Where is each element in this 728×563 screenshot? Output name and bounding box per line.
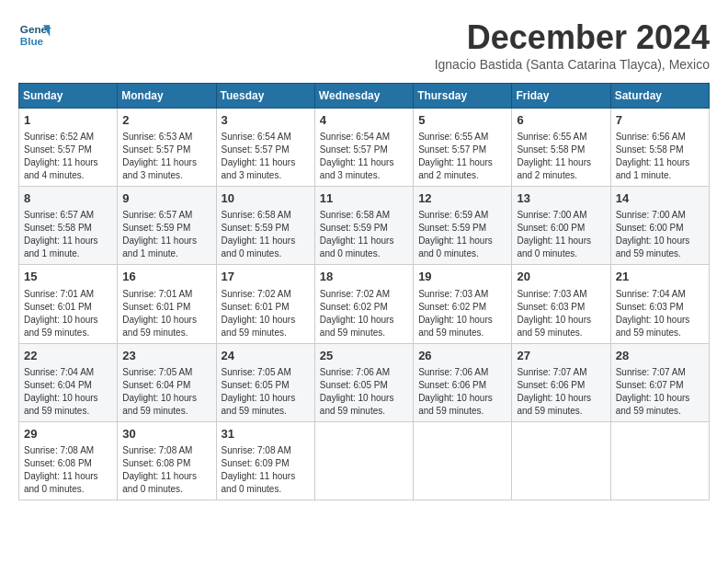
cell-info: Sunset: 6:08 PM: [24, 457, 112, 470]
calendar-table: Sunday Monday Tuesday Wednesday Thursday…: [18, 83, 710, 500]
day-number: 26: [418, 348, 506, 364]
cell-info: Sunset: 5:58 PM: [517, 144, 605, 156]
col-tuesday: Tuesday: [216, 84, 314, 109]
day-number: 2: [122, 112, 210, 129]
cell-info: Sunset: 6:02 PM: [418, 301, 506, 314]
calendar-cell: 18Sunrise: 7:02 AMSunset: 6:02 PMDayligh…: [314, 265, 413, 343]
cell-info: Sunrise: 6:57 AM: [122, 209, 210, 222]
cell-info: Daylight: 10 hours and 59 minutes.: [517, 314, 605, 339]
title-block: December 2024 Ignacio Bastida (Santa Cat…: [435, 18, 710, 79]
cell-info: Sunrise: 7:03 AM: [418, 288, 506, 301]
day-number: 16: [122, 269, 210, 285]
day-number: 7: [616, 112, 704, 129]
cell-info: Sunset: 5:57 PM: [320, 144, 408, 156]
day-number: 12: [418, 190, 506, 207]
cell-info: Sunset: 6:01 PM: [222, 301, 310, 314]
cell-info: Daylight: 10 hours and 59 minutes.: [320, 392, 408, 418]
calendar-week-3: 15Sunrise: 7:01 AMSunset: 6:01 PMDayligh…: [19, 265, 710, 343]
day-number: 14: [616, 190, 704, 207]
cell-info: Daylight: 10 hours and 59 minutes.: [616, 392, 704, 418]
cell-info: Daylight: 11 hours and 0 minutes.: [517, 235, 605, 260]
cell-info: Daylight: 10 hours and 59 minutes.: [616, 235, 704, 260]
cell-info: Sunrise: 7:06 AM: [320, 366, 408, 379]
cell-info: Daylight: 10 hours and 59 minutes.: [222, 392, 310, 418]
cell-info: Sunset: 5:59 PM: [222, 222, 310, 235]
cell-info: Sunrise: 7:04 AM: [24, 366, 112, 379]
calendar-cell: 8Sunrise: 6:57 AMSunset: 5:58 PMDaylight…: [19, 187, 118, 265]
cell-info: Sunrise: 7:08 AM: [222, 444, 310, 457]
cell-info: Sunrise: 7:00 AM: [616, 209, 704, 222]
calendar-cell: 4Sunrise: 6:54 AMSunset: 5:57 PMDaylight…: [314, 109, 413, 187]
cell-info: Sunrise: 6:52 AM: [24, 131, 112, 144]
calendar-cell: 21Sunrise: 7:04 AMSunset: 6:03 PMDayligh…: [610, 265, 709, 343]
cell-info: Daylight: 10 hours and 59 minutes.: [222, 314, 310, 339]
day-number: 23: [122, 348, 210, 364]
cell-info: Daylight: 11 hours and 0 minutes.: [418, 235, 506, 260]
cell-info: Daylight: 11 hours and 2 minutes.: [517, 156, 605, 182]
cell-info: Daylight: 11 hours and 4 minutes.: [24, 156, 112, 182]
cell-info: Sunrise: 7:02 AM: [320, 288, 408, 301]
cell-info: Sunset: 6:01 PM: [24, 301, 112, 314]
calendar-cell: 31Sunrise: 7:08 AMSunset: 6:09 PMDayligh…: [216, 421, 314, 500]
calendar-cell: 2Sunrise: 6:53 AMSunset: 5:57 PMDaylight…: [118, 109, 216, 187]
cell-info: Sunrise: 7:05 AM: [122, 366, 210, 379]
calendar-week-2: 8Sunrise: 6:57 AMSunset: 5:58 PMDaylight…: [19, 187, 710, 265]
cell-info: Sunset: 5:59 PM: [320, 222, 408, 235]
cell-info: Sunset: 6:04 PM: [122, 379, 210, 392]
month-title: December 2024: [435, 18, 710, 57]
col-thursday: Thursday: [414, 84, 512, 109]
calendar-cell: 30Sunrise: 7:08 AMSunset: 6:08 PMDayligh…: [118, 421, 216, 500]
cell-info: Sunset: 5:57 PM: [222, 144, 310, 156]
calendar-cell: 10Sunrise: 6:58 AMSunset: 5:59 PMDayligh…: [216, 187, 314, 265]
day-number: 19: [418, 269, 506, 285]
cell-info: Sunrise: 6:55 AM: [418, 131, 506, 144]
cell-info: Daylight: 10 hours and 59 minutes.: [517, 392, 605, 418]
calendar-cell: 14Sunrise: 7:00 AMSunset: 6:00 PMDayligh…: [610, 187, 709, 265]
cell-info: Sunset: 6:09 PM: [222, 457, 310, 470]
calendar-cell: 23Sunrise: 7:05 AMSunset: 6:04 PMDayligh…: [118, 343, 216, 421]
day-number: 11: [320, 190, 408, 207]
cell-info: Sunrise: 7:08 AM: [24, 444, 112, 457]
day-number: 13: [517, 190, 605, 207]
cell-info: Sunset: 6:05 PM: [222, 379, 310, 392]
day-number: 5: [418, 112, 506, 129]
day-number: 10: [222, 190, 310, 207]
location-subtitle: Ignacio Bastida (Santa Catarina Tlayca),…: [435, 57, 710, 72]
cell-info: Daylight: 10 hours and 59 minutes.: [24, 392, 112, 418]
cell-info: Sunrise: 6:58 AM: [320, 209, 408, 222]
cell-info: Sunset: 6:03 PM: [517, 301, 605, 314]
day-number: 27: [517, 348, 605, 364]
cell-info: Sunset: 5:57 PM: [418, 144, 506, 156]
calendar-cell: 17Sunrise: 7:02 AMSunset: 6:01 PMDayligh…: [216, 265, 314, 343]
cell-info: Daylight: 11 hours and 0 minutes.: [122, 470, 210, 496]
cell-info: Sunrise: 6:58 AM: [222, 209, 310, 222]
day-number: 24: [222, 348, 310, 364]
cell-info: Sunset: 6:02 PM: [320, 301, 408, 314]
cell-info: Sunrise: 6:54 AM: [320, 131, 408, 144]
day-number: 30: [122, 426, 210, 442]
cell-info: Sunset: 6:05 PM: [320, 379, 408, 392]
day-number: 29: [24, 426, 112, 442]
day-number: 6: [517, 112, 605, 129]
header-row: Sunday Monday Tuesday Wednesday Thursday…: [19, 84, 710, 109]
col-saturday: Saturday: [610, 84, 709, 109]
calendar-cell: [314, 421, 413, 500]
logo: General Blue: [18, 18, 55, 52]
day-number: 17: [222, 269, 310, 285]
cell-info: Daylight: 10 hours and 59 minutes.: [418, 314, 506, 339]
calendar-cell: 16Sunrise: 7:01 AMSunset: 6:01 PMDayligh…: [118, 265, 216, 343]
day-number: 18: [320, 269, 408, 285]
cell-info: Sunrise: 7:02 AM: [222, 288, 310, 301]
cell-info: Daylight: 10 hours and 59 minutes.: [24, 314, 112, 339]
cell-info: Daylight: 10 hours and 59 minutes.: [122, 314, 210, 339]
cell-info: Daylight: 11 hours and 0 minutes.: [222, 235, 310, 260]
calendar-cell: 13Sunrise: 7:00 AMSunset: 6:00 PMDayligh…: [512, 187, 610, 265]
calendar-cell: 19Sunrise: 7:03 AMSunset: 6:02 PMDayligh…: [414, 265, 512, 343]
cell-info: Sunset: 5:59 PM: [122, 222, 210, 235]
cell-info: Daylight: 11 hours and 0 minutes.: [222, 470, 310, 496]
calendar-cell: 27Sunrise: 7:07 AMSunset: 6:06 PMDayligh…: [512, 343, 610, 421]
cell-info: Daylight: 10 hours and 59 minutes.: [418, 392, 506, 418]
col-monday: Monday: [118, 84, 216, 109]
calendar-cell: 12Sunrise: 6:59 AMSunset: 5:59 PMDayligh…: [414, 187, 512, 265]
cell-info: Sunrise: 7:01 AM: [122, 288, 210, 301]
